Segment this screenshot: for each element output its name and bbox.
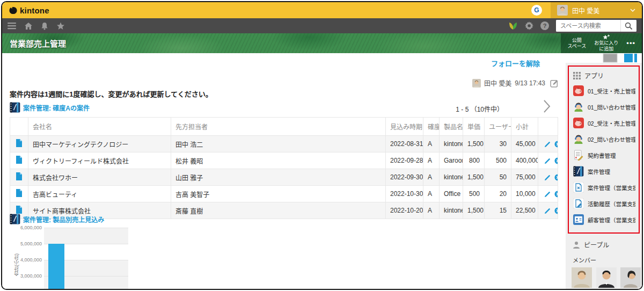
space-body: フォローを解除 田中 愛美 9/13 17:43 案件内容は1週間に1度確認し、… — [2, 53, 566, 290]
sidebar-app-order-sales-02[interactable]: 02_受注・売上管理 — [573, 118, 635, 128]
support-headset-icon — [573, 134, 584, 144]
chart-gridband — [44, 228, 128, 244]
chevron-down-icon — [630, 9, 635, 12]
delete-record-icon[interactable] — [554, 141, 558, 148]
star-plus-icon — [603, 34, 610, 40]
member-kobayashi[interactable]: 小林 恵 — [620, 267, 641, 290]
help-icon[interactable]: ? — [540, 21, 549, 30]
edit-record-icon[interactable] — [544, 157, 551, 164]
sidebar-app-deals-sfa[interactable]: 案件管理（営業支援… — [573, 182, 635, 193]
space-title: 営業部売上管理 — [10, 38, 66, 49]
table-row: 吉高ビューティ吉高 美智子 2022-10-30A Office500 2010… — [10, 186, 558, 202]
activity-doc-icon — [573, 198, 584, 209]
delete-record-icon[interactable] — [554, 174, 558, 181]
edit-record-icon[interactable] — [544, 191, 551, 198]
support-headset-icon — [573, 101, 584, 112]
edit-record-icon[interactable] — [544, 141, 551, 148]
space-search — [556, 20, 636, 32]
space-banner: 営業部売上管理 公開スペース お気に入りに追加 ••• — [2, 33, 642, 53]
apps-panel-header: アプリ — [573, 71, 635, 80]
favorites-star-icon[interactable] — [56, 22, 65, 30]
chart-app-link[interactable]: 案件管理: 製品別売上見込み — [10, 214, 104, 224]
post-author[interactable]: 田中 愛美 — [484, 78, 511, 88]
y-tick-label: 3,000,000 — [19, 273, 42, 279]
table-row: 田中マーケティングテクノロジー田中 浩二 2022-08-31A kintone… — [10, 136, 558, 152]
sidebar-app-inquiry-02[interactable]: 02_問い合わせ管理 — [573, 134, 635, 144]
notifications-bell-icon[interactable] — [41, 22, 48, 30]
home-icon[interactable] — [24, 22, 33, 30]
table-app-link[interactable]: 案件管理: 確度Aの案件 — [10, 102, 90, 113]
record-doc-icon[interactable] — [16, 172, 23, 180]
edit-record-icon[interactable] — [544, 207, 551, 214]
members-row: 田中 愛美 加藤 大輔 小林 恵 — [567, 267, 640, 290]
right-sidebar: アプリ 01_受注・売上管理 01_問い合わせ管理 02_受注・売上管理 — [566, 53, 642, 290]
record-doc-icon[interactable] — [16, 206, 23, 214]
chart-bar[interactable] — [48, 244, 64, 290]
public-space-label: 公開スペース — [567, 38, 586, 49]
people-panel-header[interactable]: ピープル — [573, 240, 640, 249]
sidebar-app-order-sales-01[interactable]: 01_受注・売上管理 — [573, 85, 635, 96]
notebook-icon — [10, 102, 20, 113]
member-avatar — [572, 267, 592, 288]
member-kato[interactable]: 加藤 大輔 — [596, 267, 617, 290]
author-avatar — [472, 79, 481, 88]
table-row: ヴィクトリーフィールド株式会社松井 義昭 2022-09-28A Garoon8… — [10, 152, 558, 169]
edit-body-icon[interactable] — [550, 79, 559, 88]
g-service-badge[interactable]: G — [531, 5, 542, 16]
customer-book-icon — [573, 214, 584, 225]
post-timestamp: 9/13 17:43 — [515, 79, 545, 87]
record-doc-icon[interactable] — [16, 189, 23, 197]
chevron-right-icon — [543, 99, 551, 113]
record-doc-icon[interactable] — [16, 156, 23, 164]
piggy-bank-icon — [573, 85, 584, 96]
sidebar-app-activity-sfa[interactable]: 活動履歴（営業支援… — [573, 198, 635, 209]
sales-forecast-chart: 合計(小計) 6,000,000 5,000,000 4,000,000 3,0… — [13, 225, 129, 290]
record-doc-icon[interactable] — [16, 139, 23, 147]
user-menu[interactable]: 田中 愛美 — [551, 2, 642, 18]
sidebar-app-contracts[interactable]: 契約書管理 — [573, 150, 635, 161]
sidebar-app-customers-sfa[interactable]: 顧客管理（営業支援… — [573, 214, 635, 225]
delete-record-icon[interactable] — [554, 207, 558, 214]
apps-grid-icon — [573, 72, 581, 79]
search-input[interactable] — [556, 20, 620, 32]
edit-record-icon[interactable] — [544, 174, 551, 181]
space-actions: 公開スペース お気に入りに追加 ••• — [561, 33, 642, 53]
more-options-button[interactable]: ••• — [626, 39, 635, 47]
notebook-icon — [10, 214, 20, 224]
user-name: 田中 愛美 — [572, 6, 626, 15]
pagination-label: 1 - 5 （10件中） — [456, 104, 503, 113]
logo-text: kintone — [20, 6, 49, 15]
post-meta: 田中 愛美 9/13 17:43 — [472, 78, 560, 88]
deals-table: 会社名 先方担当者 見込み時期 確度 製品名 単価 ユーザー数 小計 田中マーケ… — [10, 117, 558, 219]
add-favorite-button[interactable]: お気に入りに追加 — [594, 34, 618, 52]
member-tanaka[interactable]: 田中 愛美 — [572, 267, 592, 290]
gear-icon[interactable] — [525, 21, 533, 30]
delete-record-icon[interactable] — [554, 191, 558, 198]
sidebar-app-deals[interactable]: 案件管理 — [573, 166, 635, 177]
search-icon — [625, 22, 633, 30]
person-icon — [573, 241, 580, 249]
deal-doc-icon — [573, 182, 584, 193]
global-nav: ? — [2, 18, 642, 33]
notebook-icon — [573, 166, 584, 177]
beginner-leaf-icon[interactable] — [508, 21, 518, 30]
layout-two-column-toggle[interactable] — [624, 53, 638, 63]
hamburger-menu-icon[interactable] — [8, 22, 16, 30]
unfollow-link[interactable]: フォローを解除 — [491, 58, 540, 68]
contract-doc-icon — [573, 150, 584, 161]
search-button[interactable] — [620, 20, 636, 32]
top-bar: kintone G 田中 愛美 — [2, 2, 642, 18]
table-row: 株式会社ワホー山田 雅子 2022-09-30A kintone1,500 50… — [10, 169, 558, 186]
kintone-logo[interactable]: kintone — [9, 6, 49, 15]
chart-plot-area — [44, 225, 128, 290]
member-avatar — [620, 267, 641, 288]
user-avatar — [557, 5, 568, 16]
space-notice: 案件内容は1週間に1度確認し、変更があれば更新してください。 — [10, 89, 213, 99]
y-tick-label: 6,000,000 — [19, 225, 42, 230]
piggy-bank-icon — [573, 118, 584, 128]
chart-y-axis-title: 合計(小計) — [13, 243, 20, 286]
pagination-next-button[interactable] — [543, 99, 551, 115]
layout-single-column-toggle[interactable] — [603, 53, 618, 63]
delete-record-icon[interactable] — [554, 157, 558, 164]
sidebar-app-inquiry-01[interactable]: 01_問い合わせ管理 — [573, 101, 635, 112]
